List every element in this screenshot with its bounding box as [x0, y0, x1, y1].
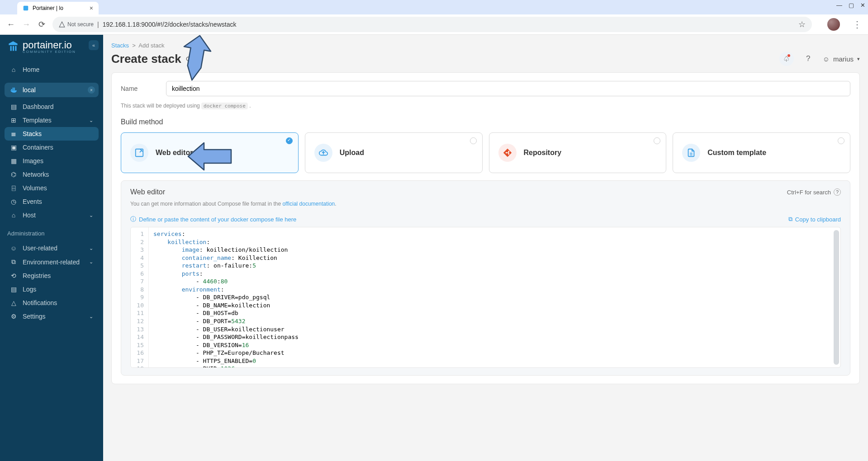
page-title: Create stack — [111, 52, 181, 66]
deploy-helper-text: This stack will be deployed using docker… — [121, 103, 850, 109]
forward-button[interactable]: → — [22, 20, 31, 29]
sidebar-item-settings[interactable]: ⚙Settings⌄ — [5, 310, 99, 323]
environment-close-icon[interactable]: × — [88, 86, 95, 94]
environment-name: local — [23, 86, 36, 94]
browser-chrome: Portainer | lo × — ▢ ✕ — [0, 0, 868, 14]
sidebar-item-label: Templates — [23, 117, 52, 124]
editor-hint: You can get more information about Compo… — [130, 201, 841, 207]
nav-icon: ⚙ — [10, 313, 17, 320]
web-editor-panel: Web editor Ctrl+F for search ? You can g… — [121, 180, 850, 376]
copy-to-clipboard-button[interactable]: ⧉ Copy to clipboard — [788, 216, 841, 223]
sidebar-item-images[interactable]: ▦Images — [5, 154, 99, 168]
nav-icon: ▤ — [10, 286, 17, 293]
nav-icon: ≣ — [10, 130, 17, 137]
chevron-down-icon: ⌄ — [89, 245, 93, 251]
sidebar-item-logs[interactable]: ▤Logs — [5, 282, 99, 296]
sidebar-item-dashboard[interactable]: ▤Dashboard — [5, 100, 99, 113]
sidebar-item-networks[interactable]: ⌬Networks — [5, 168, 99, 181]
template-icon — [682, 144, 700, 162]
nav-icon: ⌂ — [10, 212, 17, 219]
sidebar-item-stacks[interactable]: ≣Stacks — [5, 127, 99, 141]
nav-icon: ⧉ — [10, 258, 17, 266]
sidebar-collapse-button[interactable]: « — [89, 40, 99, 50]
sidebar-item-home[interactable]: ⌂ Home — [5, 63, 99, 76]
user-icon: ☺ — [823, 55, 830, 63]
help-icon[interactable]: ? — [801, 52, 816, 66]
code-area[interactable]: services: koillection: image: koillectio… — [149, 227, 840, 367]
main-content: Stacks > Add stack Create stack ⟳ ♤ ? ☺ … — [103, 35, 868, 461]
portainer-logo-icon — [7, 40, 19, 54]
sidebar-item-volumes[interactable]: ⌸Volumes — [5, 181, 99, 195]
method-label: Web editor — [156, 149, 193, 157]
sidebar-item-label: Images — [23, 157, 43, 165]
code-editor[interactable]: 1234567891011121314151617181920 services… — [130, 227, 841, 368]
notifications-bell-icon[interactable]: ♤ — [779, 52, 794, 66]
scrollbar[interactable] — [834, 230, 839, 365]
window-close-icon[interactable]: ✕ — [860, 2, 865, 9]
web-editor-icon — [130, 144, 148, 162]
nav-icon: ▦ — [10, 157, 17, 165]
sidebar-item-label: User-related — [23, 245, 57, 252]
back-button[interactable]: ← — [6, 20, 15, 29]
sidebar-item-user-related[interactable]: ☺User-related⌄ — [5, 241, 99, 255]
window-minimize-icon[interactable]: — — [836, 2, 842, 9]
chevron-down-icon: ⌄ — [89, 314, 93, 320]
sidebar-item-label: Home — [23, 66, 39, 73]
user-menu[interactable]: ☺ marius ▾ — [823, 55, 860, 63]
nav-icon: △ — [10, 299, 17, 306]
tab-close-icon[interactable]: × — [90, 5, 93, 12]
docker-icon — [10, 87, 18, 93]
compose-placeholder-hint: ⓘ Define or paste the content of your do… — [130, 215, 296, 223]
method-label: Custom template — [707, 149, 766, 157]
breadcrumb-root[interactable]: Stacks — [111, 42, 129, 49]
method-label: Repository — [524, 149, 562, 157]
breadcrumb: Stacks > Add stack — [111, 35, 860, 52]
logo[interactable]: portainer.io COMMUNITY EDITION — [0, 40, 83, 61]
kebab-menu-icon[interactable]: ⋮ — [853, 19, 862, 30]
sidebar-item-containers[interactable]: ▣Containers — [5, 141, 99, 154]
build-method-repository[interactable]: Repository — [489, 132, 667, 173]
sidebar-item-label: Registries — [23, 272, 51, 279]
nav-icon: ⌸ — [10, 184, 17, 192]
sidebar-item-environment-related[interactable]: ⧉Environment-related⌄ — [5, 255, 99, 269]
bookmark-star-icon[interactable]: ☆ — [798, 19, 806, 29]
url-bar[interactable]: Not secure | 192.168.1.18:9000/#!/2/dock… — [52, 17, 812, 32]
name-label: Name — [121, 85, 166, 92]
sidebar-item-templates[interactable]: ⊞Templates⌄ — [5, 113, 99, 127]
build-method-custom-template[interactable]: Custom template — [673, 132, 850, 173]
window-maximize-icon[interactable]: ▢ — [849, 2, 854, 9]
svg-rect-0 — [24, 6, 28, 11]
upload-icon — [314, 144, 332, 162]
stack-name-input[interactable] — [166, 81, 850, 96]
build-method-upload[interactable]: Upload — [305, 132, 483, 173]
help-icon[interactable]: ? — [834, 188, 841, 196]
sidebar-item-events[interactable]: ◷Events — [5, 195, 99, 208]
sidebar-item-label: Logs — [23, 286, 36, 293]
profile-avatar[interactable] — [827, 18, 840, 31]
info-icon: ⓘ — [130, 215, 136, 223]
reload-button[interactable]: ⟳ — [37, 19, 46, 29]
nav-icon: ▣ — [10, 144, 17, 151]
nav-icon: ☺ — [10, 245, 17, 252]
sidebar-item-label: Host — [23, 212, 36, 219]
refresh-icon[interactable]: ⟳ — [186, 55, 192, 63]
copy-icon: ⧉ — [788, 216, 792, 223]
method-label: Upload — [340, 149, 364, 157]
browser-tab[interactable]: Portainer | lo × — [17, 2, 99, 14]
svg-rect-1 — [136, 149, 143, 157]
build-method-heading: Build method — [121, 118, 850, 126]
not-secure-indicator: Not secure — [59, 21, 94, 28]
sidebar-item-label: Dashboard — [23, 103, 54, 110]
sidebar-item-registries[interactable]: ⟲Registries — [5, 269, 99, 282]
build-method-web-editor[interactable]: Web editor — [121, 132, 299, 173]
environment-chip[interactable]: local × — [5, 83, 99, 97]
username-label: marius — [833, 55, 854, 63]
sidebar-item-label: Notifications — [23, 299, 57, 306]
official-documentation-link[interactable]: official documentation — [282, 201, 335, 207]
sidebar-item-notifications[interactable]: △Notifications — [5, 296, 99, 310]
sidebar-item-host[interactable]: ⌂Host⌄ — [5, 208, 99, 222]
nav-icon: ⊞ — [10, 117, 17, 124]
git-icon — [498, 144, 517, 162]
sidebar-item-label: Networks — [23, 171, 49, 178]
tab-title: Portainer | lo — [33, 5, 63, 11]
